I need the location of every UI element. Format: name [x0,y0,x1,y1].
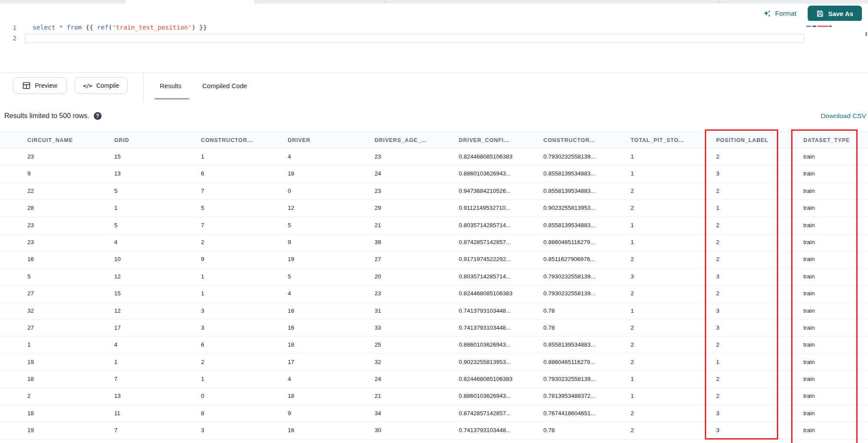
column-header: CONSTRUCTOR... [201,132,253,149]
table-cell: 13 [114,165,121,182]
table-row: 1610919270.9171974522292...0.85116279069… [0,251,868,268]
active-file-tab[interactable] [125,0,255,3]
format-button[interactable]: Format [763,10,796,18]
table-row: 51215200.8035714285714...0.7930232558139… [0,268,868,285]
table-cell: 0.78 [543,422,555,439]
table-cell: 0.7930232558139... [543,371,595,388]
cursor-line-highlight[interactable] [25,34,804,43]
table-cell: 0.8035714285714... [459,268,511,285]
column-header: TOTAL_PIT_STO... [631,132,684,149]
preview-button[interactable]: Preview [13,77,67,94]
table-cell: 15 [114,149,121,165]
table-cell: train [803,183,815,200]
tab-divider [719,0,719,3]
table-cell: train [803,268,815,285]
table-cell: 16 [27,251,34,268]
results-info-bar: Results limited to 500 rows. ? Download … [0,109,868,123]
table-cell: 3 [716,422,720,439]
table-cell: 21 [375,217,381,234]
table-cell: 5 [201,200,204,217]
save-as-label: Save As [828,10,853,17]
table-cell: 16 [288,303,294,320]
table-cell: 34 [375,405,381,422]
table-cell: train [803,217,815,234]
compile-button[interactable]: </> Compile [75,77,128,94]
column-header: CONSTRUCTOR... [543,132,595,149]
table-cell: 3 [201,303,204,320]
table-cell: 8 [201,405,204,422]
help-icon[interactable]: ? [94,112,102,120]
table-cell: 17 [288,354,294,371]
table-cell: 0.78 [543,320,555,337]
table-cell: 3 [716,165,720,182]
table-cell: 20 [375,268,381,285]
table-cell: 2 [631,320,634,337]
table-cell: 2 [716,251,720,268]
table-cell: 2 [201,354,204,371]
table-cell: 0.7413793103448... [459,422,511,439]
table-cell: 5 [288,217,291,234]
table-row: 913618240.8860103626943...0.855813953488… [0,165,868,182]
table-cell: 0.824468085106383 [459,285,513,302]
save-icon [816,10,824,17]
format-sparkles-icon [763,10,771,18]
table-row: 14618250.8860103626943...0.8558139534883… [0,337,868,354]
table-cell: train [803,303,815,320]
table-cell: 19 [27,354,34,371]
editor-scrollbar[interactable] [865,32,867,36]
compile-code-icon: </> [83,83,92,89]
table-row: 197316300.7413793103448...0.7823train [0,422,868,439]
table-cell: 2 [631,422,634,439]
table-cell: 2 [716,337,720,354]
table-cell: 7 [114,371,118,388]
table-cell: 0.9171974522292... [459,251,511,268]
table-cell: 1 [631,149,634,165]
table-cell: 0.8860103626943... [459,388,511,405]
table-cell: 24 [375,371,381,388]
editor-minimap[interactable] [805,21,867,73]
table-row: 213018210.8860103626943...0.781395348837… [0,388,868,405]
table-cell: 2 [631,200,634,217]
table-cell: 0.8860103626943... [459,337,511,354]
table-cell: 0.9023255813953... [543,200,595,217]
preview-table-icon [23,82,30,89]
table-row: 22570230.9473684210526...0.8558139534883… [0,183,868,200]
table-row: 18714240.8244680851063830.7930232558139.… [0,371,868,388]
table-row: 281512290.9112149532710...0.902325581395… [0,200,868,217]
table-cell: 23 [375,285,381,302]
code-line-1[interactable]: select * from {{ ref('train_test_positio… [33,24,207,31]
tab-divider [385,0,385,3]
table-row: 231514230.8244680851063830.7930232558139… [0,149,868,165]
table-cell: 0.7674418604651... [543,405,595,422]
table-cell: 0.8558139534883... [543,217,595,234]
table-cell: 9 [27,165,31,182]
table-cell: 1 [201,371,204,388]
table-cell: 7 [201,217,204,234]
table-cell: 18 [27,371,34,388]
table-cell: 25 [375,337,381,354]
table-cell: 15 [114,285,121,302]
table-cell: 0.7930232558139... [543,268,595,285]
table-cell: 4 [288,149,291,165]
table-cell: 17 [114,320,121,337]
table-cell: 31 [375,303,381,320]
table-cell: train [803,285,815,302]
table-cell: 0.8558139534883... [543,165,595,182]
table-body: 231514230.8244680851063830.7930232558139… [0,149,868,440]
table-cell: 21 [375,388,381,405]
download-csv-link[interactable]: Download CSV [821,109,866,123]
table-cell: 23 [27,149,34,165]
file-tab-strip[interactable] [0,0,868,3]
table-cell: 6 [201,165,204,182]
table-cell: 29 [375,200,381,217]
table-cell: 2 [716,371,720,388]
tab-results[interactable]: Results [160,73,181,98]
table-cell: 3 [716,405,720,422]
table-cell: 11 [114,405,120,422]
tab-compiled-code[interactable]: Compiled Code [202,73,247,98]
table-row: 2717316330.7413793103448...0.7823train [0,320,868,337]
table-cell: 3 [716,268,720,285]
sql-editor[interactable]: Format Save As 1 select * from {{ ref('t… [0,3,868,73]
save-as-button[interactable]: Save As [808,6,862,22]
table-cell: 7 [201,183,204,200]
